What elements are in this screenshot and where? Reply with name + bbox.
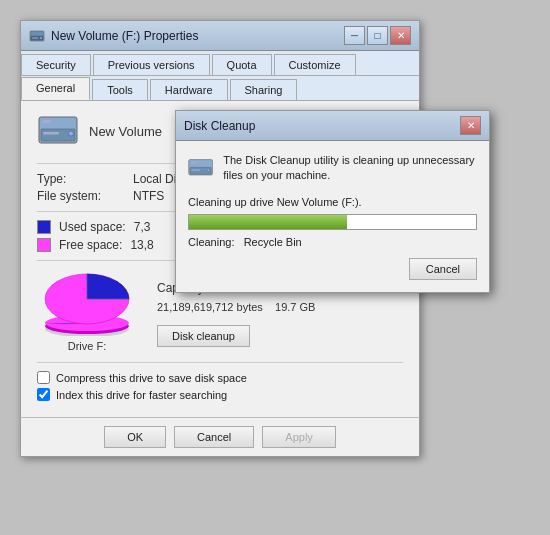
disk-cleanup-button[interactable]: Disk cleanup [157, 325, 250, 347]
cleanup-title-text: Disk Cleanup [184, 119, 255, 133]
index-label: Index this drive for faster searching [56, 389, 227, 401]
tab-customize[interactable]: Customize [274, 54, 356, 75]
cleanup-title-bar: Disk Cleanup ✕ [176, 111, 489, 141]
compress-label: Compress this drive to save disk space [56, 372, 247, 384]
progress-bar-container [188, 214, 477, 230]
svg-rect-8 [43, 120, 51, 123]
svg-point-2 [40, 37, 42, 39]
index-checkbox[interactable] [37, 388, 50, 401]
drive-label: Drive F: [68, 340, 107, 352]
compress-checkbox[interactable] [37, 371, 50, 384]
tab-sharing[interactable]: Sharing [230, 79, 298, 100]
apply-button[interactable]: Apply [262, 426, 336, 448]
pie-chart [37, 271, 137, 336]
used-space-color [37, 220, 51, 234]
svg-rect-17 [192, 169, 200, 170]
tabs-row1: Security Previous versions Quota Customi… [21, 51, 419, 76]
compress-checkbox-row: Compress this drive to save disk space [37, 371, 403, 384]
minimize-button[interactable]: ─ [344, 26, 365, 45]
ok-button[interactable]: OK [104, 426, 166, 448]
tabs-row2: General Tools Hardware Sharing [21, 76, 419, 101]
cleanup-dialog: Disk Cleanup ✕ The Disk Cleanup utility … [175, 110, 490, 293]
svg-rect-6 [43, 132, 59, 135]
cleanup-cancel-button[interactable]: Cancel [409, 258, 477, 280]
close-button[interactable]: ✕ [390, 26, 411, 45]
title-controls: ─ □ ✕ [344, 26, 411, 45]
status-value: Recycle Bin [244, 236, 302, 248]
tab-general[interactable]: General [21, 77, 90, 100]
cleanup-cancel-row: Cancel [188, 258, 477, 280]
cleanup-status: Cleaning: Recycle Bin [188, 236, 477, 248]
used-value: 7,3 [134, 220, 151, 234]
pie-container: Drive F: [37, 271, 137, 352]
cleanup-drive-icon [188, 153, 213, 183]
type-label: Type: [37, 172, 127, 186]
main-title-text: New Volume (F:) Properties [51, 29, 198, 43]
capacity-bytes: 21,189,619,712 bytes [157, 301, 263, 313]
filesystem-label: File system: [37, 189, 127, 203]
title-bar-left: New Volume (F:) Properties [29, 29, 198, 43]
tab-security[interactable]: Security [21, 54, 91, 75]
index-checkbox-row: Index this drive for faster searching [37, 388, 403, 401]
cleanup-drive-label: Cleaning up drive New Volume (F:). [188, 196, 477, 208]
capacity-gb: 19.7 GB [275, 301, 315, 313]
volume-name: New Volume [89, 124, 162, 139]
svg-rect-3 [32, 37, 38, 38]
tab-previous-versions[interactable]: Previous versions [93, 54, 210, 75]
cleanup-top: The Disk Cleanup utility is cleaning up … [188, 153, 477, 184]
cancel-button[interactable]: Cancel [174, 426, 254, 448]
separator4 [37, 362, 403, 363]
free-value: 13,8 [130, 238, 153, 252]
drive-icon-large [37, 113, 79, 149]
free-space-color [37, 238, 51, 252]
progress-bar-fill [189, 215, 347, 229]
cleanup-close-button[interactable]: ✕ [460, 116, 481, 135]
svg-point-18 [207, 169, 210, 172]
tab-quota[interactable]: Quota [212, 54, 272, 75]
tab-hardware[interactable]: Hardware [150, 79, 228, 100]
svg-rect-19 [192, 162, 197, 164]
svg-point-7 [69, 131, 74, 136]
status-label: Cleaning: [188, 236, 234, 248]
main-title-bar: New Volume (F:) Properties ─ □ ✕ [21, 21, 419, 51]
used-label: Used space: [59, 220, 126, 234]
cleanup-content: The Disk Cleanup utility is cleaning up … [176, 141, 489, 292]
maximize-button[interactable]: □ [367, 26, 388, 45]
bottom-buttons: OK Cancel Apply [21, 417, 419, 456]
free-label: Free space: [59, 238, 122, 252]
tab-tools[interactable]: Tools [92, 79, 148, 100]
cleanup-message: The Disk Cleanup utility is cleaning up … [223, 153, 477, 184]
checkbox-section: Compress this drive to save disk space I… [37, 371, 403, 401]
title-drive-icon [29, 29, 45, 43]
